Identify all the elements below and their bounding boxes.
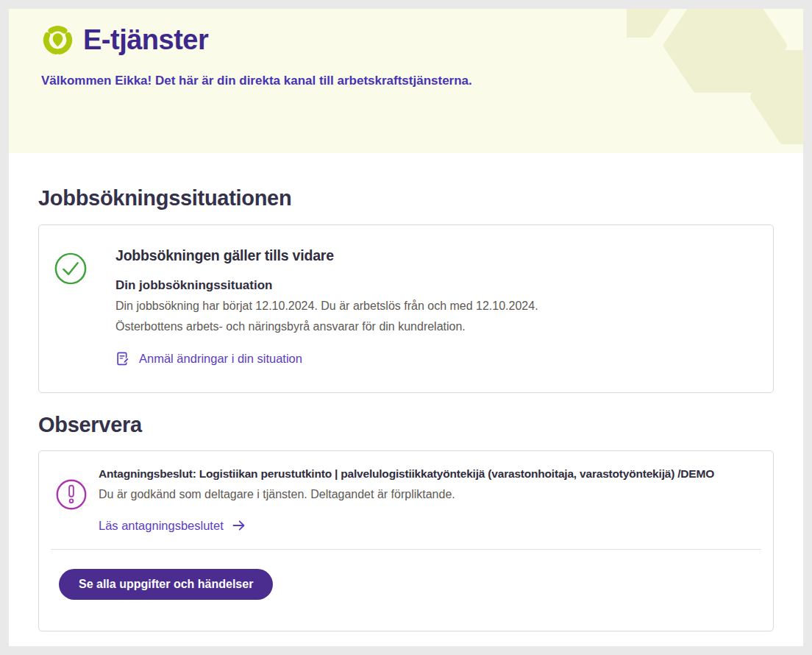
read-decision-link-label: Läs antagningsbeslutet	[99, 519, 224, 533]
hexagon-decoration	[627, 9, 803, 153]
check-circle-icon	[54, 252, 88, 369]
notice-card-row: Antagningsbeslut: Logistiikan perustutki…	[55, 464, 755, 533]
job-search-body-line2: Österbottens arbets- och näringsbyrå ans…	[115, 316, 538, 337]
exclamation-circle-icon	[55, 478, 88, 533]
job-search-subtitle: Din jobbsökningssituation	[115, 278, 538, 293]
report-changes-link[interactable]: Anmäl ändringar i din situation	[115, 351, 302, 367]
job-search-body-line1: Din jobbsökning har börjat 12.10.2024. D…	[115, 296, 538, 316]
page: E-tjänster Välkommen Eikka! Det här är d…	[9, 9, 803, 646]
job-search-section-heading: Jobbsökningssituationen	[38, 153, 774, 224]
notice-card-content: Antagningsbeslut: Logistiikan perustutki…	[99, 464, 714, 533]
notice-title: Antagningsbeslut: Logistiikan perustutki…	[99, 464, 714, 484]
job-search-status-title: Jobbsökningen gäller tills vidare	[115, 247, 538, 264]
notices-section-heading: Observera	[38, 393, 774, 450]
brand: E-tjänster	[40, 18, 208, 61]
document-edit-icon	[115, 351, 131, 367]
welcome-message: Välkommen Eikka! Det här är din direkta …	[41, 74, 472, 88]
notice-card-actions: Se alla uppgifter och händelser	[55, 550, 755, 600]
header: E-tjänster Välkommen Eikka! Det här är d…	[9, 9, 803, 153]
read-decision-link[interactable]: Läs antagningsbeslutet	[99, 518, 246, 533]
see-all-tasks-button[interactable]: Se alla uppgifter och händelser	[59, 569, 273, 600]
arrow-right-icon	[232, 518, 246, 533]
job-search-card-row: Jobbsökningen gäller tills vidare Din jo…	[54, 247, 755, 369]
app-title: E-tjänster	[83, 24, 208, 56]
main-content: Jobbsökningssituationen Jobbsökningen gä…	[9, 153, 803, 631]
job-search-card: Jobbsökningen gäller tills vidare Din jo…	[38, 224, 774, 393]
notice-body: Du är godkänd som deltagare i tjänsten. …	[99, 484, 714, 505]
job-search-card-content: Jobbsökningen gäller tills vidare Din jo…	[115, 247, 538, 369]
notice-card: Antagningsbeslut: Logistiikan perustutki…	[38, 450, 774, 631]
jobmarket-logo-icon	[40, 23, 75, 57]
report-changes-link-label: Anmäl ändringar i din situation	[139, 352, 302, 366]
